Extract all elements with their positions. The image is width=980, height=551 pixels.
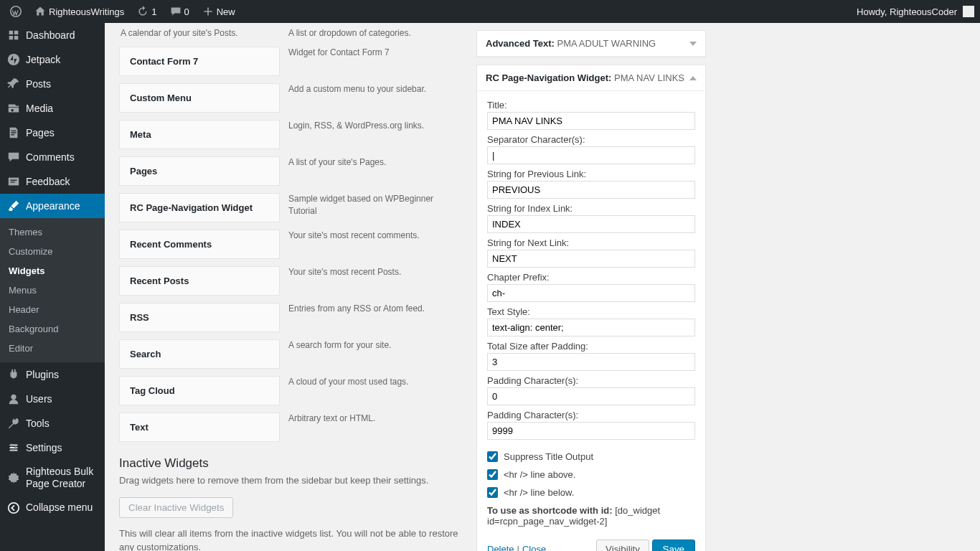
widget-config-area: Advanced Text: PMA ADULT WARNING RC Page… bbox=[476, 30, 706, 551]
svg-point-5 bbox=[14, 446, 17, 449]
admin-toolbar: RighteousWritings 1 0 New Howdy, Righteo… bbox=[0, 0, 980, 23]
admin-sidebar: DashboardJetpackPostsMediaPagesCommentsF… bbox=[0, 23, 105, 551]
new-link[interactable]: New bbox=[198, 6, 240, 17]
widget-card[interactable]: Search bbox=[119, 339, 280, 369]
widget-desc: Your site's most recent Posts. bbox=[287, 266, 448, 296]
widget-card[interactable]: Tag Cloud bbox=[119, 376, 280, 405]
available-widgets: A calendar of your site's Posts.A list o… bbox=[119, 30, 463, 551]
submenu-customize[interactable]: Customize bbox=[0, 242, 105, 261]
avatar[interactable] bbox=[963, 6, 974, 17]
field-input-7[interactable] bbox=[487, 353, 695, 371]
checkbox-label: <hr /> line above. bbox=[504, 469, 575, 480]
widget-title: PMA ADULT WARNING bbox=[557, 38, 656, 49]
site-link[interactable]: RighteousWritings bbox=[30, 6, 128, 17]
widget-card[interactable]: Text bbox=[119, 413, 280, 442]
submenu-header[interactable]: Header bbox=[0, 300, 105, 319]
gear-icon bbox=[7, 471, 20, 484]
submenu-themes[interactable]: Themes bbox=[0, 222, 105, 242]
wp-logo[interactable] bbox=[6, 6, 26, 17]
svg-point-4 bbox=[11, 444, 14, 447]
menu-appearance[interactable]: Appearance bbox=[0, 194, 105, 218]
widget-header[interactable]: RC Page-Navigation Widget: PMA NAV LINKS bbox=[477, 65, 705, 91]
field-label: Title: bbox=[487, 100, 695, 110]
submenu-background[interactable]: Background bbox=[0, 319, 105, 339]
widget-desc: A list of your site's Pages. bbox=[287, 156, 448, 186]
widget-card[interactable]: Recent Comments bbox=[119, 230, 280, 259]
pin-icon bbox=[7, 77, 20, 90]
widget-desc: A cloud of your most used tags. bbox=[287, 376, 448, 405]
menu-comments[interactable]: Comments bbox=[0, 145, 105, 169]
checkbox-0[interactable] bbox=[487, 451, 498, 462]
field-input-3[interactable] bbox=[487, 215, 695, 233]
menu-jetpack[interactable]: Jetpack bbox=[0, 47, 105, 72]
updates-link[interactable]: 1 bbox=[133, 6, 161, 17]
checkbox-2[interactable] bbox=[487, 487, 498, 498]
checkbox-1[interactable] bbox=[487, 469, 498, 480]
comment-icon bbox=[7, 151, 20, 164]
howdy-text[interactable]: Howdy, RighteousCoder bbox=[857, 6, 957, 17]
chevron-down-icon bbox=[689, 42, 697, 46]
widget-type: Advanced Text: bbox=[486, 38, 555, 49]
inactive-desc: Drag widgets here to remove them from th… bbox=[119, 475, 463, 486]
menu-dashboard[interactable]: Dashboard bbox=[0, 23, 105, 47]
clear-inactive-button[interactable]: Clear Inactive Widgets bbox=[119, 497, 233, 518]
field-input-6[interactable] bbox=[487, 319, 695, 336]
widget-desc: Add a custom menu to your sidebar. bbox=[287, 83, 448, 113]
field-label: Total Size after Padding: bbox=[487, 341, 695, 352]
widget-card[interactable]: Pages bbox=[119, 156, 280, 186]
field-input-8[interactable] bbox=[487, 387, 695, 405]
widget-desc: A search form for your site. bbox=[287, 339, 448, 369]
submenu-menus[interactable]: Menus bbox=[0, 281, 105, 300]
field-label: Separator Character(s): bbox=[487, 134, 695, 145]
menu-pages[interactable]: Pages bbox=[0, 121, 105, 145]
content: A calendar of your site's Posts.A list o… bbox=[105, 23, 980, 551]
menu-posts[interactable]: Posts bbox=[0, 72, 105, 96]
submenu-editor[interactable]: Editor bbox=[0, 339, 105, 358]
widget-card[interactable]: Contact Form 7 bbox=[119, 47, 280, 76]
field-input-0[interactable] bbox=[487, 112, 695, 130]
field-label: String for Next Link: bbox=[487, 237, 695, 248]
widget-desc: Login, RSS, & WordPress.org links. bbox=[287, 120, 448, 149]
widget-desc: A list or dropdown of categories. bbox=[287, 27, 448, 39]
svg-point-1 bbox=[8, 54, 19, 65]
menu-users[interactable]: Users bbox=[0, 387, 105, 411]
visibility-button[interactable]: Visibility bbox=[596, 540, 649, 551]
menu-media[interactable]: Media bbox=[0, 96, 105, 121]
save-button[interactable]: Save bbox=[652, 540, 695, 551]
menu-righteous-bulk-page-creator[interactable]: Righteous Bulk Page Creator bbox=[0, 460, 105, 496]
menu-feedback[interactable]: Feedback bbox=[0, 169, 105, 194]
menu-settings[interactable]: Settings bbox=[0, 435, 105, 460]
widget-expanded: RC Page-Navigation Widget: PMA NAV LINKS… bbox=[476, 65, 706, 551]
widget-card[interactable]: RC Page-Navigation Widget bbox=[119, 193, 280, 222]
menu-collapse-menu[interactable]: Collapse menu bbox=[0, 496, 105, 520]
field-input-2[interactable] bbox=[487, 181, 695, 199]
widget-desc: A calendar of your site's Posts. bbox=[119, 27, 280, 39]
field-input-4[interactable] bbox=[487, 250, 695, 268]
svg-point-8 bbox=[9, 502, 19, 512]
field-input-5[interactable] bbox=[487, 284, 695, 302]
svg-point-3 bbox=[11, 395, 16, 400]
close-link[interactable]: Close bbox=[522, 544, 546, 551]
submenu-widgets[interactable]: Widgets bbox=[0, 261, 105, 281]
field-input-1[interactable] bbox=[487, 146, 695, 164]
widget-card[interactable]: Recent Posts bbox=[119, 266, 280, 296]
users-icon bbox=[7, 392, 20, 405]
widget-desc: Arbitrary text or HTML. bbox=[287, 413, 448, 442]
widget-title: PMA NAV LINKS bbox=[614, 72, 684, 83]
checkbox-label: Suppress Title Output bbox=[504, 451, 593, 462]
widget-collapsed[interactable]: Advanced Text: PMA ADULT WARNING bbox=[476, 30, 706, 57]
menu-plugins[interactable]: Plugins bbox=[0, 362, 105, 387]
delete-link[interactable]: Delete bbox=[487, 544, 514, 551]
widget-card[interactable]: Custom Menu bbox=[119, 83, 280, 113]
checkbox-label: <hr /> line below. bbox=[504, 487, 574, 498]
page-icon bbox=[7, 126, 20, 139]
jetpack-icon bbox=[7, 53, 20, 66]
collapse-icon bbox=[7, 501, 20, 514]
widget-card[interactable]: RSS bbox=[119, 303, 280, 332]
widget-desc: Entries from any RSS or Atom feed. bbox=[287, 303, 448, 332]
field-input-9[interactable] bbox=[487, 422, 695, 440]
comments-link[interactable]: 0 bbox=[166, 6, 194, 17]
menu-tools[interactable]: Tools bbox=[0, 411, 105, 435]
widget-desc: Sample widget based on WPBeginner Tutori… bbox=[287, 193, 448, 222]
widget-card[interactable]: Meta bbox=[119, 120, 280, 149]
